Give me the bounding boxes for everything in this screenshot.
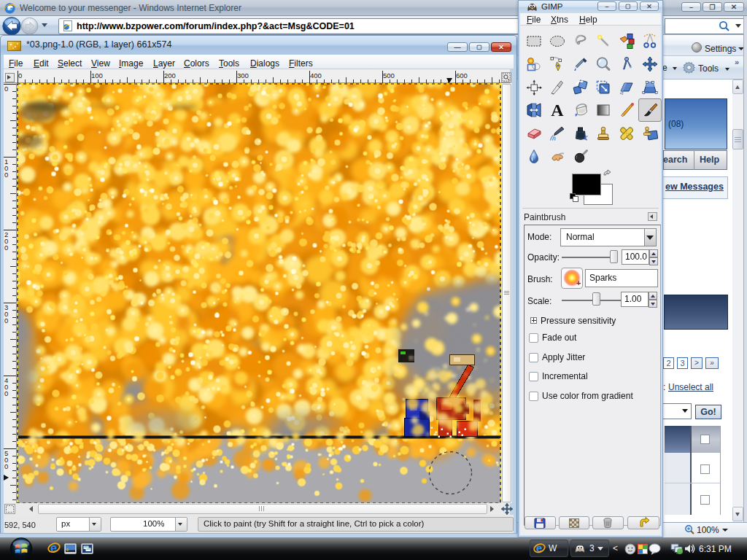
svg-text:+: + <box>576 279 581 287</box>
svg-text:A: A <box>551 101 564 119</box>
